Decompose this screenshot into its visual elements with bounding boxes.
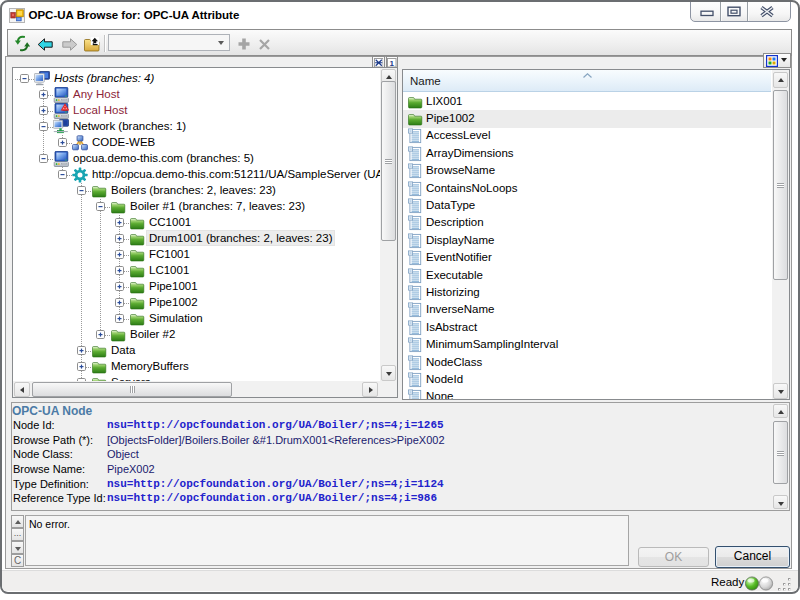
svg-text:1: 1	[390, 58, 395, 67]
